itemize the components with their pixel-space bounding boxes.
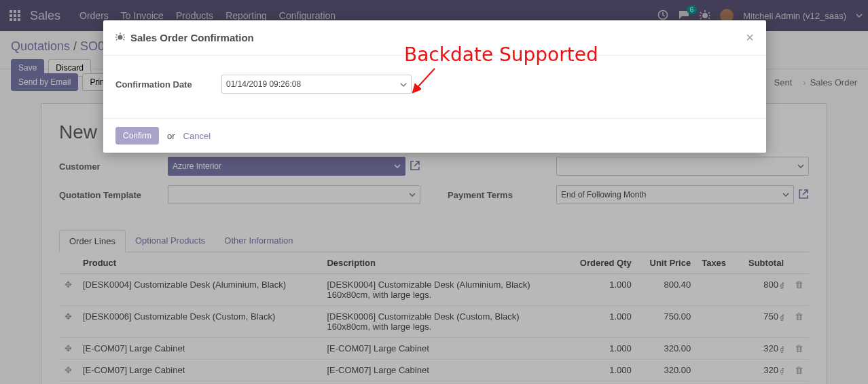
svg-point-11 — [118, 35, 123, 39]
close-icon[interactable]: × — [746, 30, 754, 45]
annotation-text: Backdate Supported — [404, 43, 598, 66]
chevron-down-icon — [400, 81, 407, 88]
confirmation-date-label: Confirmation Date — [115, 79, 221, 90]
modal-title: Sales Order Confirmation — [130, 32, 254, 43]
bug-icon — [115, 32, 125, 43]
confirmation-date-input[interactable]: 01/14/2019 09:26:08 — [221, 75, 412, 94]
annotation-arrow-icon — [408, 65, 441, 99]
confirm-button[interactable]: Confirm — [115, 127, 159, 145]
cancel-link[interactable]: Cancel — [183, 131, 211, 141]
or-text: or — [167, 131, 175, 141]
confirmation-date-value: 01/14/2019 09:26:08 — [226, 79, 301, 89]
